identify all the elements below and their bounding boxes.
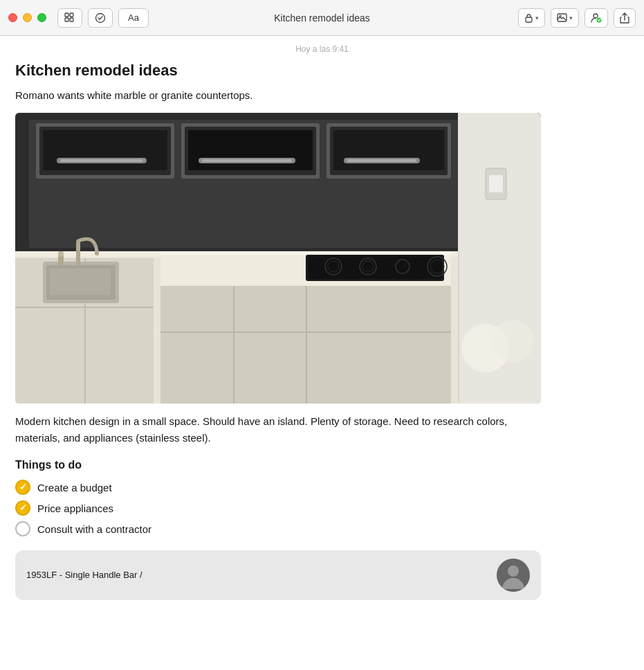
svg-rect-1 [70, 13, 73, 17]
note-subtitle: Romano wants white marble or granite cou… [15, 88, 629, 104]
list-item[interactable]: Consult with a contractor [15, 521, 629, 536]
titlebar: Aa Kitchen remodel ideas ▾ ▾ [0, 0, 644, 36]
checklist-icon [95, 12, 106, 24]
list-item[interactable]: Create a budget [15, 480, 629, 495]
minimize-button[interactable] [23, 13, 32, 22]
svg-point-9 [597, 18, 602, 23]
lock-button[interactable]: ▾ [518, 8, 545, 28]
checklist-button[interactable] [88, 8, 113, 28]
svg-rect-5 [526, 17, 532, 22]
svg-rect-20 [188, 130, 313, 170]
svg-rect-25 [333, 130, 444, 170]
collab-button[interactable] [585, 8, 608, 28]
checklist-item-label: Price appliances [37, 501, 113, 516]
checklist-item-label: Consult with a contractor [37, 522, 151, 536]
share-icon [620, 12, 629, 24]
svg-rect-3 [70, 18, 73, 21]
svg-rect-48 [58, 251, 64, 257]
image-icon [557, 13, 567, 22]
svg-rect-27 [347, 159, 416, 162]
toolbar-left: Aa [57, 8, 149, 28]
checkbox-checked-1[interactable] [15, 480, 30, 495]
grid-icon [64, 12, 75, 24]
font-button[interactable]: Aa [118, 8, 149, 28]
bottom-card[interactable]: 1953LF - Single Handle Bar / [15, 550, 541, 600]
bottom-card-text: 1953LF - Single Handle Bar / [26, 570, 487, 581]
note-content: Hoy a las 9:41 Kitchen remodel ideas Rom… [0, 36, 644, 670]
section-heading: Things to do [15, 459, 629, 471]
svg-rect-44 [50, 269, 111, 295]
svg-rect-46 [95, 250, 99, 255]
image-chevron: ▾ [569, 15, 573, 21]
svg-point-59 [493, 320, 534, 362]
svg-rect-41 [160, 251, 451, 255]
share-button[interactable] [614, 8, 636, 28]
svg-rect-60 [458, 251, 459, 404]
svg-rect-30 [489, 175, 503, 192]
collab-icon [591, 12, 602, 23]
lock-chevron: ▾ [535, 15, 539, 21]
svg-point-4 [96, 13, 105, 22]
svg-rect-17 [60, 159, 143, 162]
avatar-image [497, 559, 530, 592]
kitchen-illustration [15, 113, 541, 404]
bottom-card-avatar [497, 559, 530, 592]
lock-icon [524, 13, 533, 23]
svg-rect-15 [43, 130, 167, 170]
note-title: Kitchen remodel ideas [15, 61, 629, 81]
fullscreen-button[interactable] [37, 13, 46, 22]
svg-rect-39 [233, 286, 234, 404]
font-label: Aa [128, 12, 139, 23]
checkbox-unchecked-3[interactable] [15, 521, 30, 536]
svg-rect-2 [65, 18, 68, 21]
checklist-item-label: Create a budget [37, 480, 112, 495]
note-timestamp: Hoy a las 9:41 [15, 44, 629, 54]
traffic-lights [8, 13, 46, 22]
kitchen-image [15, 113, 541, 404]
toolbar-right: ▾ ▾ [518, 8, 636, 28]
image-button[interactable]: ▾ [551, 8, 579, 28]
window-title: Kitchen remodel ideas [274, 12, 370, 24]
svg-point-8 [594, 14, 598, 18]
checklist: Create a budget Price appliances Consult… [15, 480, 629, 536]
list-item[interactable]: Price appliances [15, 500, 629, 516]
svg-point-62 [508, 565, 519, 577]
svg-rect-0 [65, 13, 68, 17]
svg-rect-22 [202, 159, 292, 162]
grid-view-button[interactable] [57, 8, 82, 28]
svg-rect-38 [306, 286, 307, 404]
svg-rect-45 [76, 241, 80, 265]
checkbox-checked-2[interactable] [15, 500, 30, 516]
close-button[interactable] [8, 13, 17, 22]
note-description: Modern kitchen design in a small space. … [15, 413, 541, 446]
